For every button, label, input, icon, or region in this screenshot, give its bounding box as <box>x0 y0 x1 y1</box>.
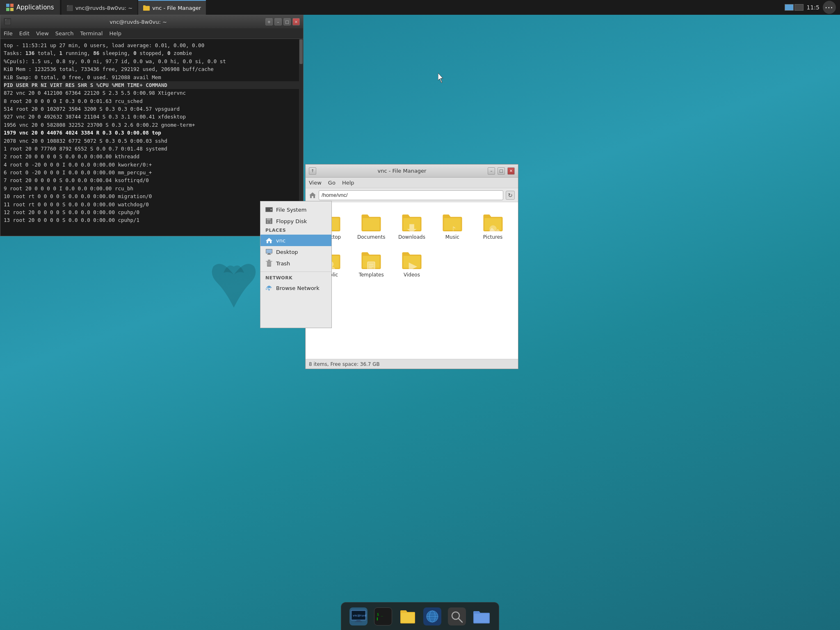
sidebar-item-network[interactable]: Browse Network <box>260 282 331 294</box>
terminal-maximize-btn[interactable]: □ <box>283 18 291 25</box>
fm-arrow-up-btn[interactable]: ↑ <box>309 167 316 175</box>
terminal-line: 1 root 20 0 77760 8792 6552 S 0.0 0.7 0:… <box>4 145 300 153</box>
fm-folder-icon <box>482 212 504 233</box>
svg-rect-14 <box>268 253 270 254</box>
sidebar-item-floppy[interactable]: Floppy Disk <box>260 215 331 227</box>
terminal-line: 2 root 20 0 0 0 0 S 0.0 0.0 0:00.00 kthr… <box>4 153 300 160</box>
sidebar-item-vnc[interactable]: vnc <box>260 235 331 246</box>
terminal-menu-file[interactable]: File <box>4 30 13 37</box>
taskbar-bottom: vnc@ruvds $ _ ▌ <box>341 602 499 630</box>
terminal-menu-edit[interactable]: Edit <box>19 30 30 37</box>
fm-refresh-btn[interactable]: ↻ <box>506 191 515 200</box>
fm-titlebar: ↑ vnc - File Manager – □ ✕ <box>306 164 518 178</box>
terminal-menu-search[interactable]: Search <box>55 30 74 37</box>
fm-folder-item[interactable]: Videos <box>393 247 431 281</box>
workspace-2[interactable] <box>794 4 803 11</box>
terminal-line: KiB Swap: 0 total, 0 free, 0 used. 91208… <box>4 73 300 81</box>
menu-dots-button[interactable]: ⋯ <box>823 1 836 14</box>
fm-item-label: Music <box>445 234 459 240</box>
svg-rect-2 <box>6 8 9 11</box>
terminal-scrollbar-thumb[interactable] <box>299 39 303 64</box>
vnc-label: vnc <box>276 237 285 244</box>
fm-item-label: Videos <box>404 272 420 278</box>
dock-item-search[interactable] <box>446 606 468 627</box>
terminal-close-btn[interactable]: ✕ <box>292 18 300 25</box>
fm-folder-item[interactable]: Pictures <box>474 209 511 243</box>
terminal-line: 872 vnc 20 0 412100 67364 22120 S 2.3 5.… <box>4 89 300 97</box>
svg-rect-0 <box>6 4 9 7</box>
trash-label: Trash <box>276 260 290 267</box>
svg-rect-36 <box>375 610 391 623</box>
terminal-tab-icon: ⬛ <box>66 5 73 11</box>
fm-folder-item[interactable]: Templates <box>353 247 390 281</box>
fm-item-label: Pictures <box>483 234 503 240</box>
fm-minimize-btn[interactable]: – <box>488 167 495 175</box>
dock-browser-icon <box>423 607 441 625</box>
filemanager-tab-label: vnc - File Manager <box>152 5 201 11</box>
terminal-line: Tasks: 136 total, 1 running, 86 sleeping… <box>4 49 300 57</box>
fm-menu-go[interactable]: Go <box>328 180 336 186</box>
svg-rect-33 <box>356 620 361 621</box>
terminal-menu-view[interactable]: View <box>36 30 49 37</box>
workspace-1[interactable] <box>785 4 794 11</box>
sidebar-item-trash[interactable]: Trash <box>260 258 331 269</box>
fm-menu-view[interactable]: View <box>309 180 322 186</box>
fm-addressbar: ↻ <box>306 188 518 202</box>
fm-folder-item[interactable]: Documents <box>353 209 390 243</box>
fm-folder-icon <box>400 250 423 270</box>
dock-item-files[interactable] <box>397 606 418 627</box>
terminal-tab[interactable]: ⬛ vnc@ruvds-8w0vu: ~ <box>62 0 138 15</box>
dock-item-screen[interactable]: vnc@ruvds <box>348 606 369 627</box>
fm-folder-item[interactable]: Downloads <box>393 209 431 243</box>
terminal-menu-help[interactable]: Help <box>109 30 121 37</box>
svg-point-22 <box>268 289 270 291</box>
dock-folder-icon <box>472 607 491 625</box>
svg-text:vnc@ruvds: vnc@ruvds <box>353 614 366 617</box>
terminal-line: 2078 vnc 20 0 108832 6772 5072 S 0.3 0.5… <box>4 137 300 145</box>
workspace-switcher[interactable] <box>785 4 803 11</box>
svg-rect-18 <box>268 260 270 261</box>
dock-files-icon <box>399 607 417 625</box>
svg-rect-1 <box>10 4 14 7</box>
fm-folder-icon: ♪ <box>441 212 464 233</box>
terminal-line: 927 vnc 20 0 492632 38744 21104 S 0.3 3.… <box>4 113 300 121</box>
dock-item-folder[interactable] <box>471 606 492 627</box>
bird-decoration <box>201 234 267 316</box>
terminal-title: vnc@ruvds-8w0vu: ~ <box>14 19 263 25</box>
terminal-content[interactable]: top - 11:53:21 up 27 min, 0 users, load … <box>0 39 303 236</box>
svg-rect-13 <box>266 249 272 253</box>
sidebar-item-desktop[interactable]: Desktop <box>260 246 331 258</box>
terminal-line: 8 root 20 0 0 0 0 I 0.3 0.0 0:01.63 rcu_… <box>4 97 300 105</box>
terminal-line: 6 root 0 -20 0 0 0 I 0.0 0.0 0:00.00 mm_… <box>4 169 300 176</box>
terminal-line: 7 root 20 0 0 0 0 S 0.0 0.0 0:00.04 ksof… <box>4 176 300 184</box>
terminal-line: 1956 vnc 20 0 582808 32252 23700 S 0.3 2… <box>4 121 300 129</box>
fm-close-btn[interactable]: ✕ <box>507 167 515 175</box>
terminal-menu-terminal[interactable]: Terminal <box>80 30 103 37</box>
desktop-sidebar-icon <box>265 248 273 256</box>
terminal-add-btn[interactable]: + <box>265 18 273 25</box>
fm-menu-help[interactable]: Help <box>342 180 354 186</box>
svg-text:▌: ▌ <box>377 617 379 621</box>
places-header: PLACES <box>260 227 331 235</box>
network-divider <box>260 272 331 272</box>
dock-item-terminal[interactable]: $ _ ▌ <box>372 606 394 627</box>
fm-folder-icon <box>360 250 383 270</box>
sidebar-item-filesystem[interactable]: File System <box>260 204 331 215</box>
applications-menu[interactable]: Applications <box>0 0 60 15</box>
browse-network-label: Browse Network <box>276 285 320 291</box>
svg-text:$ _: $ _ <box>377 613 383 616</box>
svg-text:♪: ♪ <box>450 225 456 233</box>
filemanager-tab[interactable]: vnc - File Manager <box>138 0 206 15</box>
fm-folder-item[interactable]: ♪ Music <box>434 209 471 243</box>
svg-rect-34 <box>355 621 362 622</box>
fm-maximize-btn[interactable]: □ <box>498 167 505 175</box>
fm-content: Desktop Documents Downloads ♪ Music Pict… <box>306 202 518 359</box>
filemanager-tab-icon <box>143 5 150 11</box>
svg-rect-3 <box>10 8 14 11</box>
svg-rect-9 <box>267 218 271 220</box>
fm-folder-icon <box>400 212 423 233</box>
terminal-minimize-btn[interactable]: – <box>274 18 282 25</box>
trash-icon <box>265 260 273 267</box>
fm-address-input[interactable] <box>319 190 503 200</box>
dock-item-browser[interactable] <box>422 606 443 627</box>
